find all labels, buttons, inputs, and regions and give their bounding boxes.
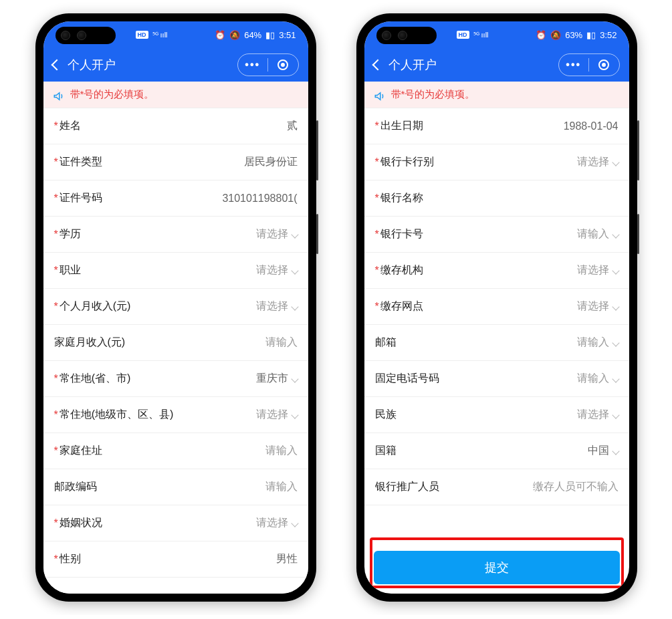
field-value[interactable]: 请选择 <box>256 263 298 277</box>
required-star: * <box>54 517 58 529</box>
camera-cutout <box>55 27 116 44</box>
field-value[interactable]: 重庆市 <box>256 372 298 386</box>
announce-icon <box>374 90 386 100</box>
chevron-down-icon <box>612 231 619 238</box>
field-label: *性别 <box>54 552 81 566</box>
field-value[interactable]: 贰 <box>287 119 298 133</box>
form-row[interactable]: *银行名称 <box>364 180 629 217</box>
field-value[interactable]: 请选择 <box>577 155 619 169</box>
chevron-down-icon <box>291 303 298 310</box>
field-label: *个人月收入(元) <box>54 299 131 314</box>
form-row[interactable]: *证件类型居民身份证 <box>43 144 308 180</box>
field-value[interactable]: 请输入 <box>265 336 298 350</box>
chevron-down-icon <box>291 411 298 418</box>
field-value[interactable]: 请输入 <box>577 336 619 350</box>
page-title: 个人开户 <box>68 57 116 73</box>
form-row[interactable]: *银行卡行别请选择 <box>364 144 629 180</box>
field-value-text: 请输入 <box>577 372 609 386</box>
more-icon[interactable]: ••• <box>559 59 589 71</box>
field-value[interactable]: 请输入 <box>577 227 619 241</box>
form-row[interactable]: 邮政编码请输入 <box>43 469 308 505</box>
required-star: * <box>54 193 58 205</box>
form-row[interactable]: *常住地(省、市)重庆市 <box>43 361 308 397</box>
status-right: ⏰ 🔕 64% ▮▯ 3:51 <box>215 30 296 40</box>
screen: HD ⁵ᴳ ııll ⏰ 🔕 63% ▮▯ 3:52 个人开户 ••• <box>364 21 629 594</box>
field-value[interactable]: 请选择 <box>577 408 619 422</box>
form-row[interactable]: *职业请选择 <box>43 253 308 289</box>
required-star: * <box>375 229 379 241</box>
form-row[interactable]: 邮箱请输入 <box>364 325 629 361</box>
page-title: 个人开户 <box>388 57 437 73</box>
submit-button[interactable]: 提交 <box>374 551 620 584</box>
field-value[interactable]: 请选择 <box>256 299 298 314</box>
status-left: HD ⁵ᴳ ııll <box>457 31 489 39</box>
required-star: * <box>54 265 58 277</box>
form-row[interactable]: *家庭住址请输入 <box>43 433 308 469</box>
field-value-text: 请选择 <box>577 299 609 314</box>
field-label-text: 个人月收入(元) <box>60 299 131 314</box>
required-star: * <box>54 553 58 566</box>
field-value[interactable]: 缴存人员可不输入 <box>533 480 619 494</box>
field-value[interactable]: 1988-01-04 <box>564 120 619 132</box>
field-value[interactable]: 请选择 <box>256 516 298 530</box>
field-value[interactable]: 请选择 <box>577 263 619 277</box>
field-label-text: 民族 <box>375 408 397 422</box>
miniapp-capsule[interactable]: ••• <box>237 53 299 76</box>
miniapp-capsule[interactable]: ••• <box>558 53 620 76</box>
field-value[interactable]: 请输入 <box>265 480 298 494</box>
required-star: * <box>54 373 58 385</box>
chevron-down-icon <box>612 303 619 310</box>
form-row[interactable]: *出生日期1988-01-04 <box>364 108 629 144</box>
phone-mock-right: HD ⁵ᴳ ııll ⏰ 🔕 63% ▮▯ 3:52 个人开户 ••• <box>356 13 637 602</box>
more-icon[interactable]: ••• <box>238 59 268 71</box>
back-icon[interactable] <box>51 59 62 71</box>
field-value-text: 请选择 <box>256 227 288 241</box>
field-label-text: 性别 <box>60 552 81 566</box>
field-value[interactable]: 请输入 <box>577 372 619 386</box>
form-row[interactable]: *常住地(地级市、区、县)请选择 <box>43 397 308 433</box>
required-star: * <box>54 445 58 457</box>
form-row[interactable]: *缴存网点请选择 <box>364 289 629 325</box>
form-row[interactable]: *学历请选择 <box>43 217 308 253</box>
field-label: 国籍 <box>375 444 397 458</box>
form-row[interactable]: 国籍中国 <box>364 433 629 469</box>
form-row[interactable]: *个人月收入(元)请选择 <box>43 289 308 325</box>
form-row[interactable]: *证件号码310101198801( <box>43 180 308 217</box>
form-row[interactable]: 银行推广人员缴存人员可不输入 <box>364 469 629 505</box>
field-value-text: 贰 <box>287 119 298 133</box>
field-value[interactable]: 请选择 <box>256 408 298 422</box>
required-star: * <box>375 193 379 205</box>
field-value[interactable]: 男性 <box>276 552 298 566</box>
close-target-icon[interactable] <box>268 59 298 70</box>
field-value-text: 请选择 <box>577 263 609 277</box>
chevron-down-icon <box>612 267 619 274</box>
field-value[interactable]: 请输入 <box>265 444 298 458</box>
field-value-text: 请选择 <box>256 263 288 277</box>
field-label: *姓名 <box>54 119 81 133</box>
field-value[interactable]: 310101198801( <box>222 193 297 205</box>
field-value-text: 请选择 <box>577 155 609 169</box>
field-label: *银行名称 <box>375 191 423 205</box>
form-row[interactable]: 固定电话号码请输入 <box>364 361 629 397</box>
clock-text: 3:52 <box>600 30 617 40</box>
close-target-icon[interactable] <box>589 59 619 70</box>
field-value[interactable]: 请选择 <box>256 227 298 241</box>
form-row[interactable]: *婚姻状况请选择 <box>43 505 308 541</box>
form-row[interactable]: 家庭月收入(元)请输入 <box>43 325 308 361</box>
form-row[interactable]: *缴存机构请选择 <box>364 253 629 289</box>
field-label-text: 学历 <box>60 227 81 241</box>
field-label: 民族 <box>375 408 397 422</box>
form-row[interactable]: *姓名贰 <box>43 108 308 144</box>
field-value-text: 请选择 <box>256 299 288 314</box>
field-label-text: 缴存机构 <box>380 263 423 277</box>
form-row[interactable]: *性别男性 <box>43 541 308 578</box>
chevron-down-icon <box>291 231 298 238</box>
field-value[interactable]: 中国 <box>588 444 619 458</box>
form-row[interactable]: 民族请选择 <box>364 397 629 433</box>
field-value[interactable]: 居民身份证 <box>244 155 298 169</box>
field-value[interactable]: 请选择 <box>577 299 619 314</box>
form-row[interactable]: *银行卡号请输入 <box>364 217 629 253</box>
field-value-text: 居民身份证 <box>244 155 298 169</box>
field-value-text: 310101198801( <box>222 193 297 205</box>
back-icon[interactable] <box>372 59 383 71</box>
